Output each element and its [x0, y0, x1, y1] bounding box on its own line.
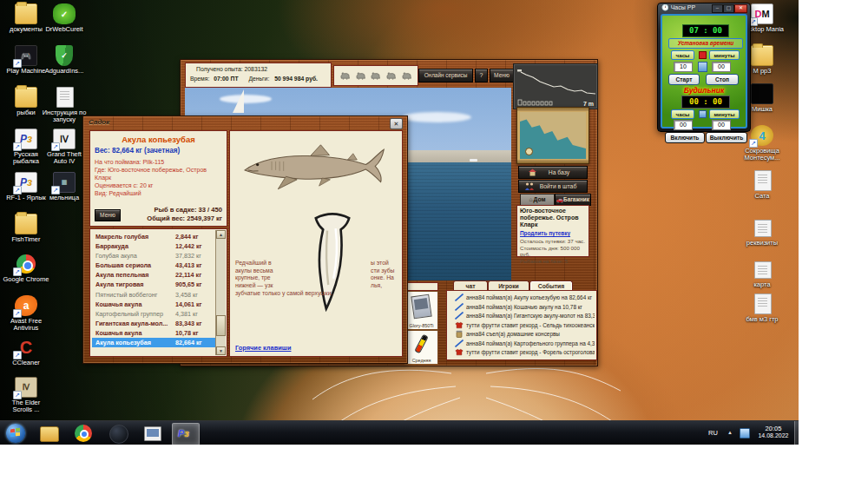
- start-button[interactable]: Старт: [668, 74, 700, 85]
- desktop-icon-adguard[interactable]: ✓AdguardIns...: [45, 45, 83, 75]
- fish-row[interactable]: Барракуда12,442 кг: [92, 241, 215, 251]
- icon-label: карта: [738, 281, 786, 288]
- alarm-hours-input[interactable]: 00: [674, 120, 693, 130]
- item-slot-lure[interactable]: Средняя: [404, 330, 438, 365]
- fish-row[interactable]: Голубая акула37,832 кг: [92, 251, 215, 260]
- tab-trunk[interactable]: 🚗Багажник: [555, 194, 591, 206]
- fish-row[interactable]: Акула тигровая905,65 кг: [92, 280, 215, 289]
- stop-button[interactable]: Стоп: [706, 74, 739, 85]
- tray-expand-icon[interactable]: ▲: [727, 430, 733, 435]
- fish-row[interactable]: Гигантская акула-мол...83,343 кг: [92, 319, 215, 328]
- seagull-icon[interactable]: [339, 70, 351, 81]
- description-line: зубчатые только у самой верхушки.: [235, 290, 374, 296]
- alarm-hours-label: часы: [671, 109, 694, 119]
- scrollbar[interactable]: ▲ ▼: [215, 230, 226, 355]
- extend-ticket-link[interactable]: Продлить путевку: [520, 230, 586, 236]
- seagulls-panel: [333, 65, 418, 86]
- scroll-thumb[interactable]: [216, 315, 226, 336]
- record-shirt-icon: [455, 348, 464, 356]
- caught-on: На что поймана: Pilk-115: [95, 158, 220, 166]
- menu-button[interactable]: Меню: [490, 69, 514, 82]
- icon-label: CCleaner: [2, 359, 50, 366]
- tray-update-icon[interactable]: [740, 428, 750, 439]
- document-icon: [56, 87, 74, 108]
- sailboat: [233, 89, 244, 113]
- desktop-icon-elder-scrolls[interactable]: ⅣThe Elder Scrolls ...: [7, 377, 45, 413]
- events-list: анна84 поймал(а) Акулу копьезубую на 82,…: [446, 290, 597, 360]
- item-slot-reel[interactable]: Glory-850Ti: [404, 291, 438, 330]
- fish-weight: Вес: 82,664 кг (зачетная): [95, 147, 227, 155]
- fish-row[interactable]: Макрель голубая2,844 кг: [92, 232, 215, 241]
- tray-language[interactable]: RU: [708, 429, 718, 437]
- fish-row[interactable]: Кошачья акула14,061 кг: [92, 300, 215, 309]
- minutes-input[interactable]: 00: [712, 62, 731, 72]
- seagull-icon[interactable]: [401, 70, 412, 81]
- explorer-taskbar-icon[interactable]: [40, 426, 59, 442]
- alarm-off-button[interactable]: Выключить: [706, 132, 747, 143]
- day-cost-info: Стоимость дня: 500 000 руб.: [520, 245, 586, 257]
- seagull-icon[interactable]: [385, 70, 397, 81]
- hotkeys-link[interactable]: Горячие клавиши: [235, 344, 291, 352]
- dark-app-taskbar-icon[interactable]: [109, 425, 128, 444]
- desktop-icon-melnitsa[interactable]: ▦мельница: [45, 172, 83, 201]
- clock-title: Часы РР: [671, 4, 695, 10]
- close-button[interactable]: ✕: [734, 4, 747, 13]
- help-button[interactable]: ?: [475, 69, 488, 82]
- melnitsa-icon: ▦: [53, 172, 76, 193]
- tray-clock[interactable]: 20:05 14.08.2022: [753, 425, 793, 439]
- show-desktop-button[interactable]: [794, 421, 799, 445]
- hours-input[interactable]: 10: [674, 62, 693, 72]
- seagull-icon[interactable]: [370, 70, 381, 81]
- separator-icon: [699, 51, 707, 59]
- fish-row[interactable]: Пятнистый воббегонг3,458 кг: [92, 290, 215, 300]
- desktop-icon-fishtimer[interactable]: FishTimer: [7, 214, 45, 243]
- desktop-icon-chrome[interactable]: Google Chrome: [7, 254, 45, 283]
- scroll-up-button[interactable]: ▲: [216, 230, 226, 239]
- fish-row[interactable]: Картофельный группер4,381 кг: [92, 309, 215, 319]
- clock-widget: 🕐 Часы РР –▢✕ 07 : 00 Установка времени …: [657, 3, 751, 132]
- desktop-icon-instructions[interactable]: Инструкция по запуску: [45, 87, 83, 123]
- fish-row-selected[interactable]: Акула копьезубая82,664 кг: [92, 338, 215, 347]
- gamepad-icon: 🎮: [15, 45, 37, 66]
- desktop-icon-drweb[interactable]: ✓DrWebCureit: [45, 3, 83, 33]
- keepnet-menu-button[interactable]: Меню: [95, 209, 121, 221]
- desktop-icon-gta4[interactable]: ⅠⅤGrand Theft Auto IV: [45, 129, 83, 165]
- rod-icon: [455, 303, 464, 311]
- icon-label: мельница: [40, 195, 89, 201]
- seagull-icon[interactable]: [355, 70, 366, 81]
- alarm-minutes-input[interactable]: 00: [712, 120, 731, 130]
- people-icon: [524, 182, 535, 190]
- rf3-taskbar-button-active[interactable]: Pз: [172, 423, 200, 445]
- fish-row[interactable]: Акула пепельная22,114 кг: [92, 270, 215, 280]
- minimize-button[interactable]: –: [712, 4, 723, 13]
- fish-row[interactable]: Кошачья акула10,78 кг: [92, 328, 215, 338]
- car-icon: 🚗: [556, 196, 563, 202]
- tab-home[interactable]: ⌂Дом: [520, 194, 555, 206]
- avast-icon: a: [15, 295, 37, 316]
- alarm-on-button[interactable]: Включить: [665, 132, 705, 143]
- to-base-button[interactable]: На базу: [518, 166, 588, 179]
- desktop-icon-ccleaner[interactable]: CCCleaner: [7, 337, 45, 366]
- small-boat: [470, 159, 477, 162]
- gta4-icon: ⅠⅤ: [53, 129, 76, 149]
- location-map[interactable]: [516, 107, 589, 164]
- chrome-taskbar-icon[interactable]: [75, 425, 92, 442]
- enter-hq-button[interactable]: Войти в штаб: [518, 180, 588, 193]
- desktop-icon-karta[interactable]: карта: [743, 259, 781, 288]
- event-row: анна84 поймал(а) Гигантскую акулу-молот …: [450, 312, 595, 320]
- online-services-button[interactable]: Онлайн сервисы: [418, 69, 473, 82]
- desktop-icon-avast[interactable]: aAvast Free Antivirus: [7, 295, 45, 332]
- desktop-icon-bmw[interactable]: бмв м3 гтр: [743, 293, 781, 323]
- start-button[interactable]: [6, 424, 25, 443]
- rf3-icon: Pз: [15, 172, 37, 193]
- fish-row[interactable]: Большая сериола43,413 кг: [92, 260, 215, 270]
- clock-app-taskbar-icon[interactable]: [144, 426, 161, 441]
- desktop-icon-sata[interactable]: Сата: [743, 170, 781, 200]
- boat-icon: [517, 69, 522, 72]
- desktop-icon-rekvizity[interactable]: реквизиты: [743, 217, 781, 247]
- canned-food-icon: [455, 330, 464, 338]
- maximize-button[interactable]: ▢: [723, 4, 734, 13]
- close-button[interactable]: ✕: [390, 118, 403, 129]
- swap-icon[interactable]: [698, 62, 707, 72]
- scroll-down-button[interactable]: ▼: [216, 346, 226, 355]
